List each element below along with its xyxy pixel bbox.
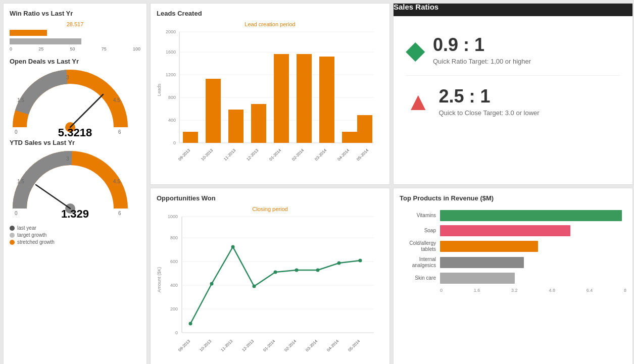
opportunities-subtitle: Closing period (157, 206, 383, 212)
product-bar-vitamins (440, 210, 622, 221)
top-products-panel: Top Products in Revenue ($M) Vitamins So… (393, 188, 633, 364)
svg-text:1000: 1000 (168, 214, 178, 219)
svg-text:02-2014: 02-2014 (291, 148, 305, 162)
svg-text:05-2014: 05-2014 (356, 148, 370, 162)
svg-text:02-2014: 02-2014 (283, 339, 298, 353)
leads-subtitle: Lead creation period (157, 21, 383, 27)
bar-7 (342, 132, 357, 143)
product-label-cold: Cold/allergytablets (400, 240, 440, 252)
legend-last-year: last year (10, 225, 140, 231)
svg-point-62 (337, 262, 341, 265)
bar-5 (297, 54, 312, 143)
product-label-soap: Soap (400, 228, 440, 234)
svg-text:1600: 1600 (166, 49, 176, 55)
svg-text:03-2014: 03-2014 (314, 148, 328, 162)
svg-text:800: 800 (168, 95, 176, 100)
left-panel: Win Ratio vs Last Yr 28.517 0 25 50 75 1… (3, 3, 147, 364)
svg-point-58 (253, 285, 256, 288)
quick-close-ratio-block: ▲ 2.5 : 1 Quick to Close Target: 3.0 or … (406, 86, 620, 127)
product-bar-internal (440, 257, 524, 268)
svg-text:05-2014: 05-2014 (347, 339, 361, 353)
svg-text:400: 400 (168, 118, 176, 123)
svg-text:12-2013: 12-2013 (241, 339, 255, 353)
svg-text:01-2014: 01-2014 (268, 148, 282, 162)
svg-text:11-2013: 11-2013 (223, 148, 237, 162)
svg-point-63 (359, 259, 362, 263)
bar-2 (228, 110, 243, 143)
product-label-skincare: Skin care (400, 275, 440, 281)
sales-ratios-content: ◆ 0.9 : 1 Quick Ratio Target: 1,00 or hi… (394, 24, 632, 147)
bar-6 (319, 57, 334, 143)
svg-text:600: 600 (170, 259, 178, 264)
legend-label-last-year: last year (17, 225, 36, 231)
product-row-internal: Internalanalgesics (400, 256, 626, 269)
svg-text:3: 3 (66, 156, 69, 162)
ytd-sales-section: YTD Sales vs Last Yr 0 (10, 139, 140, 216)
svg-text:Leads: Leads (157, 83, 162, 96)
svg-point-60 (295, 269, 299, 272)
svg-text:0: 0 (173, 140, 176, 145)
leads-created-panel: Leads Created Lead creation period 0 400… (150, 3, 390, 185)
svg-point-61 (316, 269, 320, 272)
svg-text:04-2014: 04-2014 (326, 339, 340, 353)
svg-text:6: 6 (118, 211, 121, 216)
opportunities-title: Opportunities Won (157, 194, 383, 202)
bar-last-fill (10, 38, 81, 44)
ytd-sales-gauge-svg: 0 1.5 3 4.5 6 (10, 150, 131, 216)
legend-dot-target (10, 233, 15, 238)
svg-text:09-2013: 09-2013 (177, 148, 191, 162)
opportunities-chart-svg: 0 200 400 600 800 1000 Amount ($K) (157, 214, 379, 355)
svg-text:11-2013: 11-2013 (220, 339, 234, 353)
ytd-sales-gauge: 0 1.5 3 4.5 6 1.329 (10, 150, 140, 216)
open-deals-gauge: 0 1.5 3 4.5 6 5.3218 (10, 69, 140, 135)
quick-close-ratio-desc: Quick to Close Target: 3.0 or lower (439, 109, 540, 117)
quick-ratio-info: 0.9 : 1 Quick Ratio Target: 1,00 or high… (433, 34, 531, 65)
quick-ratio-block: ◆ 0.9 : 1 Quick Ratio Target: 1,00 or hi… (406, 34, 620, 76)
svg-text:Amount ($K): Amount ($K) (157, 267, 162, 293)
sales-ratios-panel: Sales Ratios ◆ 0.9 : 1 Quick Ratio Targe… (393, 3, 633, 185)
open-deals-gauge-svg: 0 1.5 3 4.5 6 (10, 69, 131, 135)
legend-dot-last-year (10, 226, 15, 231)
product-bar-wrap-skincare (440, 273, 626, 284)
product-bar-wrap-vitamins (440, 210, 626, 221)
legend-stretched-growth: stretched growth (10, 239, 140, 245)
win-ratio-section: Win Ratio vs Last Yr 28.517 0 25 50 75 1… (10, 10, 140, 54)
legend-label-target: target growth (17, 232, 46, 238)
win-ratio-scale: 0 25 50 75 100 (10, 46, 140, 51)
svg-text:10-2013: 10-2013 (199, 339, 213, 353)
open-deals-section: Open Deals vs Last Yr 0 (10, 58, 140, 135)
svg-text:0: 0 (15, 211, 18, 216)
svg-text:12-2013: 12-2013 (246, 148, 260, 162)
bar-8 (357, 115, 372, 143)
win-ratio-value: 28.517 (10, 21, 140, 27)
svg-text:4.5: 4.5 (113, 179, 120, 184)
opportunities-chart-area: 0 200 400 600 800 1000 Amount ($K) (157, 214, 383, 355)
sales-ratios-header: Sales Ratios (393, 3, 633, 16)
product-row-cold: Cold/allergytablets (400, 240, 626, 252)
svg-text:1.5: 1.5 (17, 179, 24, 184)
svg-text:400: 400 (170, 283, 178, 288)
svg-point-59 (274, 271, 277, 274)
product-row-vitamins: Vitamins (400, 210, 626, 221)
svg-text:0: 0 (15, 129, 18, 135)
bar-0 (183, 132, 198, 143)
quick-close-ratio-icon: ▲ (406, 89, 431, 114)
legend-label-stretched: stretched growth (17, 239, 55, 245)
svg-point-55 (189, 322, 192, 326)
svg-text:04-2014: 04-2014 (336, 148, 351, 162)
quick-ratio-icon: ◆ (406, 37, 425, 63)
products-scale-labels: 0 1.6 3.2 4.8 6.4 8 (440, 288, 626, 293)
chart-legend: last year target growth stretched growth (10, 225, 140, 246)
legend-dot-stretched (10, 240, 15, 245)
bar-last (10, 38, 140, 45)
bar-4 (274, 54, 289, 143)
svg-text:200: 200 (170, 306, 178, 311)
bar-1 (206, 79, 221, 143)
product-bar-wrap-soap (440, 225, 626, 236)
leads-chart-area: 0 400 800 1200 1600 2000 Leads (157, 29, 383, 166)
win-ratio-title: Win Ratio vs Last Yr (10, 10, 140, 17)
product-row-skincare: Skin care (400, 273, 626, 284)
top-products-chart: Vitamins Soap Cold/allergytablets (400, 210, 626, 293)
bar-3 (251, 104, 266, 143)
svg-point-57 (231, 245, 235, 249)
